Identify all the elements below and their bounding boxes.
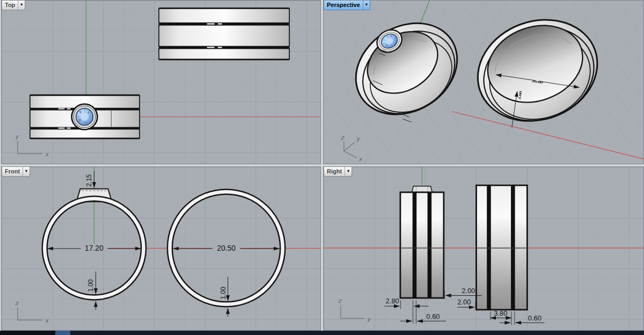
rhino-four-viewport-workspace: y x Top ▾ bbox=[0, 0, 644, 335]
ring1-right-view[interactable] bbox=[400, 186, 445, 299]
svg-text:2.00: 2.00 bbox=[462, 287, 475, 295]
viewport-title: Perspective bbox=[324, 1, 363, 10]
ring2-right-view[interactable] bbox=[475, 185, 528, 310]
viewport-top[interactable]: y x Top ▾ bbox=[1, 0, 321, 164]
status-strip-left-segment bbox=[0, 331, 55, 335]
right-viewport-canvas: 2.80 0.60 2.00 2.00 3.80 0. bbox=[324, 167, 643, 330]
svg-text:0.60: 0.60 bbox=[426, 312, 440, 321]
svg-text:0.60: 0.60 bbox=[528, 314, 541, 322]
chevron-down-icon[interactable]: ▾ bbox=[363, 1, 370, 10]
viewport-front[interactable]: 2.15 17.20 1.00 20.50 bbox=[1, 166, 321, 331]
tab-front-viewport[interactable]: Front ▾ bbox=[2, 167, 30, 177]
chevron-down-icon[interactable]: ▾ bbox=[345, 167, 352, 176]
svg-text:2.80: 2.80 bbox=[386, 297, 399, 305]
tab-right-viewport[interactable]: Right ▾ bbox=[324, 167, 352, 177]
chevron-down-icon[interactable]: ▾ bbox=[18, 1, 25, 10]
viewport-title: Top bbox=[2, 1, 18, 10]
svg-text:17.20: 17.20 bbox=[85, 244, 104, 252]
front-viewport-canvas: 2.15 17.20 1.00 20.50 bbox=[2, 167, 320, 330]
svg-text:1.00: 1.00 bbox=[87, 279, 94, 292]
svg-text:2.00: 2.00 bbox=[457, 298, 471, 306]
viewport-right[interactable]: 2.80 0.60 2.00 2.00 3.80 0. bbox=[323, 166, 644, 331]
chevron-down-icon[interactable]: ▾ bbox=[23, 167, 30, 176]
ring2-top-view[interactable] bbox=[159, 8, 289, 60]
gem-bezel-top-view[interactable] bbox=[72, 104, 98, 130]
svg-text:3.80: 3.80 bbox=[494, 309, 507, 317]
top-viewport-canvas: y x bbox=[2, 1, 320, 164]
svg-text:1.00: 1.00 bbox=[219, 287, 227, 300]
tab-perspective-viewport[interactable]: Perspective ▾ bbox=[324, 1, 370, 10]
tab-top-viewport[interactable]: Top ▾ bbox=[2, 1, 25, 10]
svg-text:20.50: 20.50 bbox=[217, 244, 236, 252]
viewport-perspective[interactable]: 20.50 1.00 z y x Perspective ▾ bbox=[323, 0, 644, 164]
perspective-viewport-canvas: 20.50 1.00 z y x bbox=[324, 1, 643, 164]
viewport-title: Right bbox=[324, 167, 345, 176]
status-strip-blue-segment bbox=[55, 331, 70, 335]
bottom-status-strip bbox=[0, 331, 644, 335]
svg-text:2.15: 2.15 bbox=[85, 174, 93, 187]
viewport-title: Front bbox=[2, 167, 23, 176]
